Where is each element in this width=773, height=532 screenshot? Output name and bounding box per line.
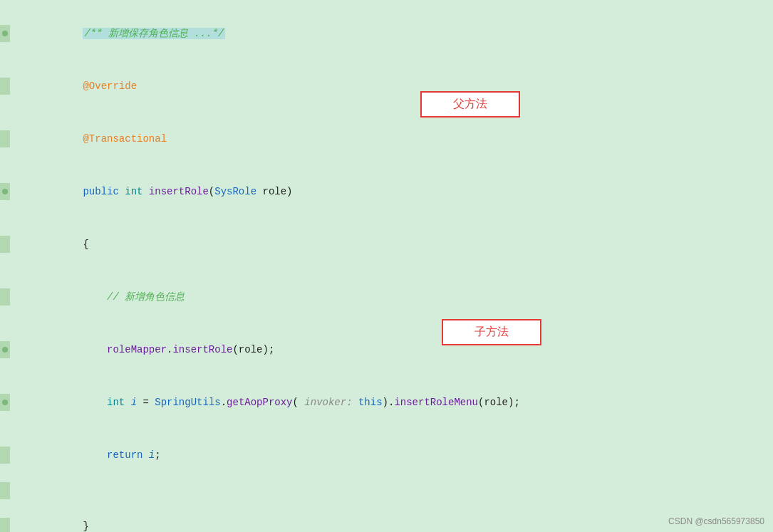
kw-int-2: int	[107, 397, 131, 408]
var-i: i	[131, 397, 137, 408]
gutter-1	[0, 25, 10, 42]
line-6-content: // 新增角色信息	[11, 271, 185, 323]
param-sysrole: SysRole	[214, 186, 256, 197]
kw-this: this	[358, 397, 383, 408]
line-5: {	[0, 218, 773, 271]
invoker-label: invoker:	[304, 397, 358, 408]
gutter-2	[0, 78, 10, 95]
gutter-11	[0, 518, 10, 532]
annotation-override: @Override	[83, 80, 137, 92]
role-mapper-call: roleMapper	[107, 344, 167, 355]
father-method-annotation: 父方法	[420, 91, 520, 118]
line-11: }	[0, 500, 773, 532]
line-4: public int insertRole(SysRole role)	[0, 165, 773, 218]
method-insertRole: insertRole	[149, 186, 209, 197]
gutter-5	[0, 236, 10, 253]
insert-role-call: insertRole	[172, 344, 232, 355]
line-3: @Transactional	[0, 113, 773, 165]
gutter-4	[0, 183, 10, 200]
line-10-content	[11, 482, 53, 499]
insert-role-menu-call: insertRoleMenu	[394, 397, 478, 408]
line-8-content: int i = SpringUtils.getAopProxy( invoker…	[11, 377, 520, 428]
gutter-8	[0, 394, 10, 411]
line-6: // 新增角色信息	[0, 271, 773, 323]
gutter-10	[0, 482, 10, 499]
comment-text: /** 新增保存角色信息 ...*/	[83, 28, 225, 39]
get-aop-proxy: getAopProxy	[227, 397, 292, 408]
line-9-content: return i;	[11, 429, 161, 481]
line-1-content: /** 新增保存角色信息 ...*/	[11, 8, 225, 59]
line-4-content: public int insertRole(SysRole role)	[11, 166, 293, 217]
kw-return-1: return	[107, 449, 149, 461]
child-method-annotation: 子方法	[442, 319, 541, 345]
line-8: int i = SpringUtils.getAopProxy( invoker…	[0, 376, 773, 429]
line-3-content: @Transactional	[11, 113, 167, 165]
kw-int: int	[125, 186, 149, 197]
code-container: 父方法 子方法 /** 新增保存角色信息 ...*/ @Override @Tr…	[0, 0, 773, 532]
gutter-7	[0, 341, 10, 358]
line-9: return i;	[0, 429, 773, 481]
gutter-9	[0, 447, 10, 464]
comment-new-role: // 新增角色信息	[83, 291, 185, 303]
watermark: CSDN @csdn565973850	[668, 516, 764, 526]
line-7-content: roleMapper.insertRole(role);	[11, 324, 274, 375]
line-2: @Override	[0, 60, 773, 113]
gutter-3	[0, 130, 10, 147]
var-i-2: i	[149, 449, 155, 461]
line-10	[0, 481, 773, 500]
line-7: roleMapper.insertRole(role);	[0, 323, 773, 376]
line-2-content: @Override	[11, 61, 137, 112]
line-11-content: }	[11, 501, 89, 532]
spring-utils: SpringUtils	[155, 397, 220, 408]
line-5-content: {	[11, 219, 89, 270]
params-1: (	[209, 186, 214, 197]
gutter-6	[0, 288, 10, 306]
line-1: /** 新增保存角色信息 ...*/	[0, 7, 773, 60]
annotation-transactional: @Transactional	[83, 133, 167, 145]
kw-public: public	[83, 186, 125, 197]
